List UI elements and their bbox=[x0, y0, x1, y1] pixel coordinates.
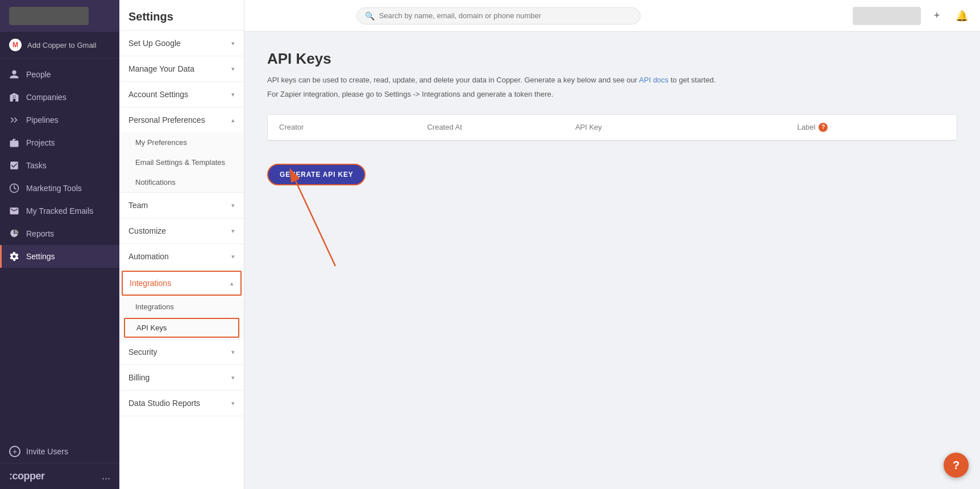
settings-section-billing: Billing ▾ bbox=[119, 365, 244, 391]
sidebar-item-reports[interactable]: Reports bbox=[0, 222, 119, 245]
topbar-user-placeholder bbox=[853, 7, 921, 25]
sidebar-item-my-tracked-emails[interactable]: My Tracked Emails bbox=[0, 200, 119, 222]
settings-section-setup-google: Set Up Google ▾ bbox=[119, 31, 244, 56]
settings-subitem-integrations[interactable]: Integrations bbox=[119, 297, 244, 317]
label-help-icon[interactable]: ? bbox=[819, 123, 828, 132]
chevron-down-icon: ▾ bbox=[231, 65, 235, 73]
notifications-button[interactable]: 🔔 bbox=[953, 7, 971, 25]
sidebar-logo-area bbox=[0, 0, 119, 32]
api-docs-link[interactable]: API docs bbox=[639, 76, 668, 84]
sidebar-item-settings[interactable]: Settings bbox=[0, 245, 119, 268]
settings-section-integrations-header[interactable]: Integrations ▴ bbox=[122, 271, 242, 296]
envelope-icon bbox=[9, 206, 19, 216]
add-copper-gmail-button[interactable]: M Add Copper to Gmail bbox=[0, 32, 119, 59]
clock-icon bbox=[9, 183, 19, 193]
api-keys-table: Creator Created At API Key Label ? bbox=[267, 114, 957, 141]
settings-section-personal-preferences: Personal Preferences ▴ My Preferences Em… bbox=[119, 107, 244, 193]
settings-section-setup-google-header[interactable]: Set Up Google ▾ bbox=[119, 31, 244, 56]
settings-section-manage-data-label: Manage Your Data bbox=[128, 64, 194, 73]
api-keys-description-1: API keys can be used to create, read, up… bbox=[267, 74, 957, 86]
search-input[interactable] bbox=[379, 11, 632, 20]
settings-panel: Settings Set Up Google ▾ Manage Your Dat… bbox=[119, 0, 244, 489]
briefcase-icon bbox=[9, 138, 19, 148]
integrations-submenu: Integrations API Keys bbox=[119, 297, 244, 338]
settings-section-setup-google-label: Set Up Google bbox=[128, 39, 181, 48]
settings-subitem-notifications[interactable]: Notifications bbox=[119, 172, 244, 192]
table-col-api-key: API Key bbox=[575, 123, 798, 132]
gear-icon bbox=[9, 251, 19, 262]
chevron-down-icon: ▾ bbox=[231, 400, 235, 407]
settings-section-account-settings-header[interactable]: Account Settings ▾ bbox=[119, 82, 244, 107]
settings-section-customize-header[interactable]: Customize ▾ bbox=[119, 218, 244, 243]
invite-users-button[interactable]: + Invite Users bbox=[0, 440, 119, 463]
table-col-created-at: Created At bbox=[427, 123, 575, 132]
settings-section-customize: Customize ▾ bbox=[119, 218, 244, 244]
settings-section-billing-header[interactable]: Billing ▾ bbox=[119, 365, 244, 390]
sidebar: M Add Copper to Gmail People Companies P… bbox=[0, 0, 119, 489]
sidebar-item-people[interactable]: People bbox=[0, 63, 119, 86]
settings-subitem-my-preferences[interactable]: My Preferences bbox=[119, 132, 244, 152]
check-square-icon bbox=[9, 160, 19, 171]
api-keys-content: API Keys API keys can be used to create,… bbox=[244, 32, 980, 489]
topbar-right: + 🔔 bbox=[853, 7, 971, 25]
chevron-down-icon: ▾ bbox=[231, 202, 235, 209]
gmail-icon: M bbox=[9, 39, 22, 51]
settings-section-team-label: Team bbox=[128, 201, 148, 210]
plus-circle-icon: + bbox=[9, 446, 20, 457]
sidebar-item-pipelines-label: Pipelines bbox=[26, 115, 59, 125]
settings-section-data-studio-reports-header[interactable]: Data Studio Reports ▾ bbox=[119, 391, 244, 416]
settings-section-personal-preferences-label: Personal Preferences bbox=[128, 115, 205, 125]
sidebar-more-button[interactable]: ... bbox=[102, 470, 110, 482]
sidebar-nav: People Companies Pipelines Projects bbox=[0, 59, 119, 440]
sidebar-bottom: :copper ... bbox=[0, 463, 119, 489]
settings-section-automation-label: Automation bbox=[128, 252, 169, 261]
chevron-up-icon: ▴ bbox=[231, 117, 235, 124]
chevron-down-icon: ▾ bbox=[231, 374, 235, 382]
main-content: 🔍 + 🔔 API Keys API keys can be used to c… bbox=[244, 0, 980, 489]
table-col-creator: Creator bbox=[279, 123, 427, 132]
topbar: 🔍 + 🔔 bbox=[244, 0, 980, 32]
svg-line-2 bbox=[296, 181, 335, 266]
settings-section-account-settings-label: Account Settings bbox=[128, 90, 188, 99]
chevron-down-icon: ▾ bbox=[231, 40, 235, 47]
settings-section-personal-preferences-header[interactable]: Personal Preferences ▴ bbox=[119, 107, 244, 132]
generate-button-area: GENERATE API KEY bbox=[267, 152, 366, 185]
sidebar-item-tasks[interactable]: Tasks bbox=[0, 154, 119, 177]
settings-section-integrations-label: Integrations bbox=[130, 279, 171, 288]
sidebar-item-marketing-tools-label: Marketing Tools bbox=[26, 184, 82, 193]
settings-section-manage-data: Manage Your Data ▾ bbox=[119, 56, 244, 82]
settings-section-team-header[interactable]: Team ▾ bbox=[119, 193, 244, 218]
help-bubble-label: ? bbox=[953, 459, 960, 472]
settings-subitem-api-keys[interactable]: API Keys bbox=[124, 318, 239, 338]
add-button[interactable]: + bbox=[928, 7, 946, 25]
api-keys-description-2: For Zapier integration, please go to Set… bbox=[267, 89, 957, 101]
settings-section-team: Team ▾ bbox=[119, 193, 244, 218]
api-keys-table-header: Creator Created At API Key Label ? bbox=[268, 115, 957, 140]
sidebar-item-settings-label: Settings bbox=[26, 252, 55, 261]
settings-section-automation: Automation ▾ bbox=[119, 244, 244, 270]
add-copper-gmail-label: Add Copper to Gmail bbox=[27, 41, 96, 49]
sidebar-item-projects[interactable]: Projects bbox=[0, 131, 119, 154]
settings-section-account-settings: Account Settings ▾ bbox=[119, 82, 244, 107]
copper-logo: :copper bbox=[9, 470, 45, 482]
settings-section-integrations: Integrations ▴ Integrations API Keys bbox=[119, 270, 244, 339]
chevron-up-icon: ▴ bbox=[230, 280, 234, 287]
sidebar-item-pipelines[interactable]: Pipelines bbox=[0, 109, 119, 131]
settings-subitem-email-settings[interactable]: Email Settings & Templates bbox=[119, 152, 244, 172]
settings-section-automation-header[interactable]: Automation ▾ bbox=[119, 244, 244, 269]
api-keys-title: API Keys bbox=[267, 50, 957, 68]
sidebar-item-projects-label: Projects bbox=[26, 138, 55, 147]
search-bar: 🔍 bbox=[356, 7, 641, 24]
settings-section-manage-data-header[interactable]: Manage Your Data ▾ bbox=[119, 56, 244, 81]
sidebar-item-marketing-tools[interactable]: Marketing Tools bbox=[0, 177, 119, 200]
help-bubble-button[interactable]: ? bbox=[944, 453, 969, 478]
settings-section-data-studio-reports: Data Studio Reports ▾ bbox=[119, 391, 244, 416]
chevron-down-icon: ▾ bbox=[231, 91, 235, 98]
generate-api-key-button[interactable]: GENERATE API KEY bbox=[267, 164, 366, 185]
settings-section-security-header[interactable]: Security ▾ bbox=[119, 339, 244, 364]
search-input-wrapper: 🔍 bbox=[356, 7, 641, 24]
sidebar-item-companies[interactable]: Companies bbox=[0, 86, 119, 109]
settings-section-security: Security ▾ bbox=[119, 339, 244, 365]
personal-preferences-submenu: My Preferences Email Settings & Template… bbox=[119, 132, 244, 192]
settings-panel-title: Settings bbox=[119, 0, 244, 31]
